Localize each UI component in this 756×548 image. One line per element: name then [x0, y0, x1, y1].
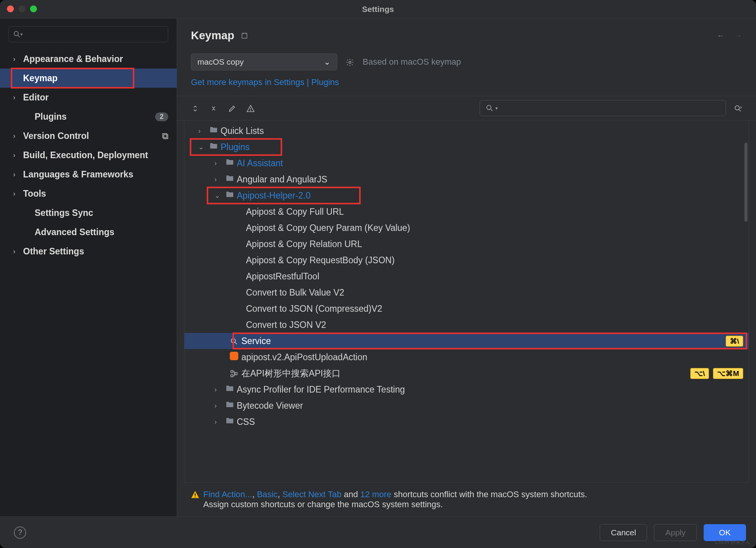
page-title: Keymap	[191, 29, 234, 42]
tree-node-label: Async Profiler for IDE Performance Testi…	[237, 384, 405, 395]
tree-node[interactable]: ⌄Plugins	[184, 139, 749, 155]
sidebar-item-settings-sync[interactable]: Settings Sync	[0, 203, 177, 222]
nav-forward-icon: →	[734, 31, 742, 40]
folder-icon	[209, 141, 221, 153]
scrollbar-thumb[interactable]	[744, 143, 748, 222]
tree-toolbar: ▾	[177, 96, 756, 120]
close-icon[interactable]	[7, 5, 14, 12]
help-button[interactable]: ?	[14, 526, 26, 539]
edit-icon[interactable]	[228, 103, 236, 113]
tree-node[interactable]: ⌄Apipost-Helper-2.0	[184, 187, 749, 204]
sidebar-item-advanced-settings[interactable]: Advanced Settings	[0, 222, 177, 242]
sidebar-item-build-execution-deployment[interactable]: ›Build, Execution, Deployment	[0, 145, 177, 165]
based-on-text: Based on macOS keymap	[363, 57, 461, 67]
conflict-warning: Find Action..., Basic, Select Next Tab a…	[177, 483, 756, 516]
dialog-footer: ? Cancel Apply OK	[0, 516, 756, 548]
chevron-right-icon: ›	[13, 190, 23, 198]
chevron-right-icon: ›	[13, 170, 23, 179]
chevron-right-icon: ›	[214, 175, 225, 184]
search-history-icon[interactable]: ▾	[20, 32, 23, 37]
window-title: Settings	[362, 5, 394, 14]
keymap-tree[interactable]: ›Quick Lists⌄Plugins›AI Assistant›Angula…	[184, 120, 749, 483]
shortcut-badge: ⌥\	[690, 368, 709, 379]
tree-node[interactable]: Service⌘\	[184, 333, 749, 349]
tree-node[interactable]: ›Async Profiler for IDE Performance Test…	[184, 381, 749, 398]
collapse-all-icon[interactable]	[209, 103, 218, 113]
tree-node[interactable]: ApipostRestfulTool	[184, 268, 749, 284]
tree-node[interactable]: Convert to JSON V2	[184, 317, 749, 333]
sidebar-item-editor[interactable]: ›Editor	[0, 88, 177, 107]
warning-filter-icon[interactable]	[246, 103, 255, 113]
warning-icon	[191, 490, 199, 501]
watermark: CSDN @灰さん	[715, 539, 751, 546]
tree-node-label: Apipost & Copy Query Param (Key Value)	[246, 223, 410, 233]
sidebar-item-plugins[interactable]: Plugins2	[0, 107, 177, 126]
sidebar-item-tools[interactable]: ›Tools	[0, 184, 177, 203]
chevron-right-icon: ›	[13, 94, 23, 102]
tree-node[interactable]: Apipost & Copy Query Param (Key Value)	[184, 220, 749, 236]
chevron-right-icon: ›	[13, 132, 23, 140]
conflict-link-3[interactable]: Select Next Tab	[282, 490, 341, 499]
apply-button: Apply	[654, 524, 697, 541]
tree-node[interactable]: ›CSS	[184, 414, 749, 430]
chevron-right-icon: ›	[214, 159, 225, 167]
zoom-icon[interactable]	[30, 5, 37, 12]
nav-label: Version Control	[23, 131, 89, 141]
folder-icon	[225, 174, 237, 185]
tree-node[interactable]: Apipost & Copy Full URL	[184, 204, 749, 220]
tree-node[interactable]: ›AI Assistant	[184, 155, 749, 171]
tree-search-input[interactable]: ▾	[480, 100, 726, 116]
tree-node[interactable]: Convert to Bulk Value V2	[184, 284, 749, 301]
tree-node-label: apipost.v2.ApiPostUploadAction	[241, 352, 367, 363]
gear-icon[interactable]	[346, 57, 354, 67]
svg-rect-17	[195, 493, 196, 496]
expand-collapse-icon[interactable]	[191, 103, 199, 113]
tree-node-label: Apipost-Helper-2.0	[237, 190, 311, 201]
svg-line-1	[18, 35, 20, 37]
tree-node[interactable]: Convert to JSON (Compressed)V2	[184, 301, 749, 317]
tree-node-label: 在API树形中搜索API接口	[241, 368, 341, 379]
tree-node[interactable]: ›Quick Lists	[184, 123, 749, 139]
nav-back-icon[interactable]: ←	[717, 31, 724, 40]
reset-icon[interactable]	[241, 31, 249, 40]
nav-label: Tools	[23, 189, 46, 199]
chevron-down-icon: ⌄	[214, 191, 225, 200]
tree-node[interactable]: Apipost & Copy Relation URL	[184, 236, 749, 252]
cancel-button[interactable]: Cancel	[600, 524, 647, 541]
sidebar-item-version-control[interactable]: ›Version Control⧉	[0, 126, 177, 145]
nav-label: Appearance & Behavior	[23, 54, 123, 64]
sidebar-item-languages-frameworks[interactable]: ›Languages & Frameworks	[0, 165, 177, 184]
sidebar-item-appearance-behavior[interactable]: ›Appearance & Behavior	[0, 49, 177, 68]
shortcut-badge: ⌘\	[726, 336, 743, 347]
find-shortcut-icon[interactable]	[734, 104, 742, 113]
minimize-icon[interactable]	[18, 5, 25, 12]
conflict-link-2[interactable]: Basic	[257, 490, 278, 499]
get-more-keymaps-link[interactable]: Get more keymaps in Settings | Plugins	[177, 74, 756, 96]
tree-node[interactable]: ›Angular and AngularJS	[184, 171, 749, 187]
search-icon	[230, 336, 241, 346]
sidebar-item-keymap[interactable]: Keymap	[0, 68, 177, 88]
conflict-more-link[interactable]: 12 more	[360, 490, 391, 499]
tree-node-label: Quick Lists	[221, 126, 264, 136]
tree-node-label: Convert to JSON V2	[246, 320, 326, 330]
folder-icon	[225, 400, 237, 411]
tree-node[interactable]: ›Bytecode Viewer	[184, 398, 749, 414]
ok-button[interactable]: OK	[704, 524, 746, 541]
sidebar-item-other-settings[interactable]: ›Other Settings	[0, 242, 177, 261]
tree-node-label: Convert to Bulk Value V2	[246, 287, 344, 298]
sidebar-search-input[interactable]: ▾	[8, 26, 168, 42]
tree-node[interactable]: apipost.v2.ApiPostUploadAction	[184, 349, 749, 365]
svg-point-5	[349, 61, 351, 63]
tree-node-label: Angular and AngularJS	[237, 174, 327, 185]
chevron-down-icon: ⌄	[198, 143, 209, 151]
nav-label: Editor	[23, 92, 49, 103]
tree-node[interactable]: 在API树形中搜索API接口⌥\⌥⌘M	[184, 365, 749, 381]
keymap-select[interactable]: macOS copy ⌄	[191, 53, 337, 70]
nav-label: Plugins	[35, 112, 67, 122]
tree-node-label: CSS	[237, 417, 255, 427]
conflict-link-1[interactable]: Find Action...	[203, 490, 252, 499]
popout-icon: ⧉	[162, 131, 168, 141]
chevron-down-icon: ⌄	[324, 57, 331, 67]
tree-node-label: Convert to JSON (Compressed)V2	[246, 304, 382, 314]
tree-node[interactable]: Apipost & Copy RequestBody (JSON)	[184, 252, 749, 268]
